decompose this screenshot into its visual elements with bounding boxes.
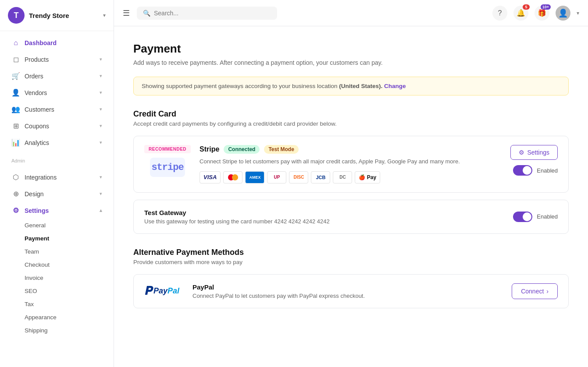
visa-icon: VISA bbox=[200, 171, 221, 184]
stripe-header: Stripe Connected Test Mode bbox=[200, 145, 470, 154]
customers-icon: 👥 bbox=[11, 105, 20, 113]
bell-icon: 🔔 bbox=[517, 9, 525, 17]
sidebar-item-orders[interactable]: 🛒 Orders ▾ bbox=[4, 68, 110, 84]
stripe-toggle-row: Enabled bbox=[513, 165, 558, 176]
alt-payment-section-title: Alternative Payment Methods bbox=[133, 248, 569, 257]
paypal-logo: 𝙋 PayPal bbox=[144, 284, 184, 298]
products-icon: ◻ bbox=[11, 55, 20, 64]
chevron-down-icon: ▾ bbox=[100, 73, 102, 79]
sidebar-item-label: Analytics bbox=[25, 139, 49, 146]
paypal-name: PayPal bbox=[192, 283, 503, 291]
alert-location: (United States). bbox=[339, 83, 382, 89]
sidebar-item-label: Coupons bbox=[25, 123, 49, 130]
unionpay-icon: UP bbox=[267, 171, 286, 184]
brand-chevron-icon: ▾ bbox=[103, 12, 106, 18]
credit-card-section-title: Credit Card bbox=[133, 109, 569, 119]
stripe-card: RECOMMENDED stripe Stripe Connected Test… bbox=[133, 136, 569, 193]
updates-button[interactable]: 🎁 10+ bbox=[535, 6, 549, 21]
credit-card-section-subtitle: Accept credit card payments by configuri… bbox=[133, 120, 569, 127]
sidebar-item-dashboard[interactable]: ⌂ Dashboard bbox=[4, 35, 110, 51]
change-location-link[interactable]: Change bbox=[384, 83, 406, 89]
sidebar-sub-shipping[interactable]: Shipping bbox=[4, 324, 110, 337]
paypal-connect-label: Connect bbox=[521, 288, 544, 295]
stripe-enabled-label: Enabled bbox=[537, 167, 558, 174]
sidebar-sub-seo[interactable]: SEO bbox=[4, 285, 110, 297]
sidebar-item-label: Vendors bbox=[25, 89, 47, 96]
topbar-actions: ? 🔔 5 🎁 10+ 👤 ▾ bbox=[492, 6, 579, 21]
notifications-button[interactable]: 🔔 5 bbox=[513, 6, 528, 21]
sidebar-item-products[interactable]: ◻ Products ▾ bbox=[4, 51, 110, 67]
help-icon: ? bbox=[498, 9, 502, 17]
sidebar-item-customers[interactable]: 👥 Customers ▾ bbox=[4, 101, 110, 117]
stripe-enabled-toggle[interactable] bbox=[513, 165, 532, 176]
stripe-logo-box: stripe bbox=[150, 158, 185, 177]
topbar: ☰ 🔍 ? 🔔 5 🎁 10+ 👤 ▾ bbox=[114, 0, 588, 26]
chevron-down-icon: ▾ bbox=[100, 56, 102, 62]
sidebar-sub-invoice[interactable]: Invoice bbox=[4, 272, 110, 284]
test-gateway-enabled-label: Enabled bbox=[537, 213, 558, 220]
brand-avatar: T bbox=[8, 7, 25, 24]
paypal-wordmark: PayPal bbox=[153, 286, 179, 296]
paypal-info: PayPal Connect PayPal to let customers p… bbox=[192, 283, 503, 299]
sidebar-item-label: Products bbox=[25, 56, 49, 63]
page-content: Payment Add ways to receive payments. Af… bbox=[114, 26, 588, 367]
discover-icon: DISC bbox=[289, 171, 308, 184]
paypal-card: 𝙋 PayPal PayPal Connect PayPal to let cu… bbox=[133, 274, 569, 308]
sidebar-sub-general[interactable]: General bbox=[4, 219, 110, 232]
sidebar-item-label: Orders bbox=[25, 73, 43, 80]
sidebar-sub-team[interactable]: Team bbox=[4, 245, 110, 258]
gear-icon: ⚙ bbox=[519, 149, 524, 156]
search-input[interactable] bbox=[154, 10, 271, 17]
stripe-settings-button[interactable]: ⚙ Settings bbox=[510, 145, 558, 160]
test-gateway-toggle-row: Enabled bbox=[513, 212, 558, 222]
stripe-status-badge: Connected bbox=[224, 145, 260, 154]
chevron-down-icon: ▾ bbox=[100, 90, 102, 95]
sidebar-item-label: Settings bbox=[25, 207, 49, 214]
alternative-payment-section: Alternative Payment Methods Provide cust… bbox=[133, 248, 569, 308]
gift-icon: 🎁 bbox=[538, 9, 546, 17]
hamburger-menu-icon[interactable]: ☰ bbox=[123, 8, 130, 18]
chevron-down-icon: ▾ bbox=[100, 123, 102, 129]
page-title: Payment bbox=[133, 42, 569, 56]
sidebar-item-integrations[interactable]: ⬡ Integrations ▾ bbox=[4, 169, 110, 185]
sidebar-sub-tax[interactable]: Tax bbox=[4, 298, 110, 311]
sidebar-item-settings[interactable]: ⚙ Settings ▴ bbox=[4, 202, 110, 219]
page-subtitle: Add ways to receive payments. After conn… bbox=[133, 59, 569, 66]
dashboard-icon: ⌂ bbox=[11, 39, 20, 47]
test-gateway-card: Test Gateway Use this gateway for testin… bbox=[133, 200, 569, 234]
mastercard-icon bbox=[223, 171, 242, 184]
test-gateway-inner: Test Gateway Use this gateway for testin… bbox=[134, 200, 568, 233]
arrow-right-icon: › bbox=[546, 288, 549, 295]
test-gateway-toggle[interactable] bbox=[513, 212, 532, 222]
apple-pay-icon: 🍎 Pay bbox=[355, 171, 380, 184]
location-alert-banner: Showing supported payment gateways accor… bbox=[133, 77, 569, 95]
test-gateway-name: Test Gateway bbox=[144, 209, 513, 216]
avatar-chevron-icon[interactable]: ▾ bbox=[577, 10, 579, 16]
settings-icon: ⚙ bbox=[11, 206, 20, 215]
brand-header[interactable]: T Trendy Store ▾ bbox=[0, 0, 114, 31]
design-icon: ⊕ bbox=[11, 190, 20, 198]
sidebar-item-vendors[interactable]: 👤 Vendors ▾ bbox=[4, 85, 110, 101]
search-box: 🔍 bbox=[137, 7, 277, 20]
sidebar-sub-appearance[interactable]: Appearance bbox=[4, 311, 110, 324]
integrations-icon: ⬡ bbox=[11, 173, 20, 181]
sidebar-item-analytics[interactable]: 📊 Analytics ▾ bbox=[4, 134, 110, 151]
sidebar-item-coupons[interactable]: ⊞ Coupons ▾ bbox=[4, 118, 110, 134]
sidebar-sub-checkout[interactable]: Checkout bbox=[4, 258, 110, 271]
test-gateway-description: Use this gateway for testing using the c… bbox=[144, 218, 513, 225]
sidebar-item-label: Dashboard bbox=[25, 39, 57, 46]
sidebar-item-design[interactable]: ⊕ Design ▾ bbox=[4, 186, 110, 202]
admin-section-label: Admin bbox=[0, 155, 114, 165]
search-icon: 🔍 bbox=[143, 10, 150, 17]
stripe-actions: ⚙ Settings Enabled bbox=[479, 145, 558, 176]
main-nav: ⌂ Dashboard ◻ Products ▾ 🛒 Orders ▾ 👤 Ve… bbox=[0, 31, 114, 155]
help-button[interactable]: ? bbox=[492, 6, 507, 21]
sidebar-sub-payment[interactable]: Payment bbox=[4, 232, 110, 245]
brand-name: Trendy Store bbox=[29, 12, 69, 19]
admin-nav: ⬡ Integrations ▾ ⊕ Design ▾ ⚙ Settings ▴… bbox=[0, 165, 114, 341]
paypal-description: Connect PayPal to let customers pay with… bbox=[192, 293, 503, 299]
user-avatar-button[interactable]: 👤 bbox=[556, 6, 570, 21]
chevron-down-icon: ▾ bbox=[100, 191, 102, 197]
paypal-connect-button[interactable]: Connect › bbox=[512, 283, 558, 299]
test-gateway-info: Test Gateway Use this gateway for testin… bbox=[144, 209, 513, 225]
